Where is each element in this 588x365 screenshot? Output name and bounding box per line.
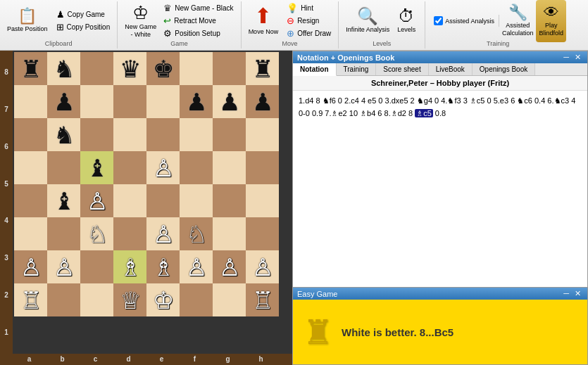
square-c8[interactable]	[80, 52, 113, 85]
copy-position-button[interactable]: ⊞ Copy Position	[54, 21, 113, 33]
square-f1[interactable]	[180, 283, 213, 316]
square-b1[interactable]	[47, 283, 80, 316]
piece-h7: ♟	[252, 90, 273, 114]
square-c1[interactable]	[80, 283, 113, 316]
square-b2[interactable]: ♙	[47, 250, 80, 283]
square-a2[interactable]: ♙	[14, 250, 47, 283]
square-c2[interactable]	[80, 250, 113, 283]
square-c7[interactable]	[80, 85, 113, 118]
square-a1[interactable]: ♖	[14, 283, 47, 316]
square-d5[interactable]	[113, 151, 146, 184]
square-a4[interactable]	[14, 184, 47, 217]
square-a6[interactable]	[14, 118, 47, 151]
paste-icon: 📋	[18, 8, 37, 24]
new-game-black-icon: ♛	[163, 3, 172, 13]
square-a7[interactable]	[14, 85, 47, 118]
square-e1[interactable]: ♔	[146, 283, 180, 316]
notation-minimize-button[interactable]: ─	[561, 53, 571, 62]
assisted-calculation-button[interactable]: 🔧 AssistedCalculation	[499, 0, 537, 42]
square-d6[interactable]	[113, 118, 146, 151]
square-d3[interactable]	[113, 217, 146, 250]
square-f6[interactable]	[180, 118, 213, 151]
offer-draw-button[interactable]: ⊕ Offer Draw	[284, 27, 334, 39]
copy-game-button[interactable]: ♟ Copy Game	[54, 8, 113, 20]
square-g7[interactable]: ♟	[213, 85, 246, 118]
file-label-b: b	[46, 354, 79, 365]
square-e4[interactable]	[146, 184, 180, 217]
square-h6[interactable]	[246, 118, 279, 151]
square-e2[interactable]: ♗	[146, 250, 180, 283]
square-d2[interactable]: ♗	[113, 250, 146, 283]
square-f3[interactable]: ♘	[180, 217, 213, 250]
square-b5[interactable]	[47, 151, 80, 184]
resign-button[interactable]: ⊖ Resign	[284, 15, 334, 27]
chess-board[interactable]: ♜♞♛♚♜♟♟♟♟♞♝♙♝♙♘♙♘♙♙♗♗♙♙♙♖♕♔♖	[13, 51, 280, 354]
move-now-button[interactable]: ⬆ Move Now	[246, 0, 282, 42]
easy-game-minimize-button[interactable]: ─	[561, 289, 571, 298]
position-setup-button[interactable]: ⚙ Position Setup	[161, 27, 236, 39]
infinite-analysis-button[interactable]: 🔍 Infinite Analysis	[343, 0, 392, 42]
square-e5[interactable]: ♙	[146, 151, 180, 184]
new-game-black-button[interactable]: ♛ New Game - Black	[161, 2, 236, 14]
square-c6[interactable]	[80, 118, 113, 151]
square-b6[interactable]: ♞	[47, 118, 80, 151]
retract-move-button[interactable]: ↩ Retract Move	[161, 15, 236, 27]
square-h1[interactable]: ♖	[246, 283, 279, 316]
square-g5[interactable]	[213, 151, 246, 184]
square-g3[interactable]	[213, 217, 246, 250]
square-f7[interactable]: ♟	[180, 85, 213, 118]
hint-button[interactable]: 💡 Hint	[284, 2, 334, 14]
square-c3[interactable]: ♘	[80, 217, 113, 250]
rank-label-8: 8	[0, 56, 13, 89]
tab-scoresheet[interactable]: Score sheet	[376, 63, 428, 75]
tab-training[interactable]: Training	[337, 63, 377, 75]
assisted-analysis-checkbox[interactable]	[434, 16, 443, 25]
piece-d8: ♛	[120, 57, 141, 81]
play-blindfold-button[interactable]: 👁 PlayBlindfold	[536, 0, 566, 42]
square-g4[interactable]	[213, 184, 246, 217]
square-c4[interactable]: ♙	[80, 184, 113, 217]
square-b8[interactable]: ♞	[47, 52, 80, 85]
assisted-analysis-row: Assisted Analysis	[434, 16, 494, 25]
square-d8[interactable]: ♛	[113, 52, 146, 85]
square-h3[interactable]	[246, 217, 279, 250]
square-e3[interactable]: ♙	[146, 217, 180, 250]
square-g1[interactable]	[213, 283, 246, 316]
tab-openings-book[interactable]: Openings Book	[473, 63, 535, 75]
square-b3[interactable]	[47, 217, 80, 250]
square-e7[interactable]	[146, 85, 180, 118]
square-h2[interactable]: ♙	[246, 250, 279, 283]
square-h4[interactable]	[246, 184, 279, 217]
square-h7[interactable]: ♟	[246, 85, 279, 118]
square-e6[interactable]	[146, 118, 180, 151]
square-b7[interactable]: ♟	[47, 85, 80, 118]
square-d4[interactable]	[113, 184, 146, 217]
square-a3[interactable]	[14, 217, 47, 250]
square-h5[interactable]	[246, 151, 279, 184]
square-f5[interactable]	[180, 151, 213, 184]
notation-close-button[interactable]: ✕	[573, 53, 583, 62]
square-g2[interactable]: ♙	[213, 250, 246, 283]
square-f4[interactable]	[180, 184, 213, 217]
paste-button[interactable]: 📋 Paste Position	[4, 0, 51, 42]
piece-f2: ♙	[186, 255, 207, 279]
levels-button[interactable]: ⏱ Levels	[392, 0, 420, 42]
square-f2[interactable]: ♙	[180, 250, 213, 283]
tab-notation[interactable]: Notation	[293, 63, 337, 76]
square-c5[interactable]: ♝	[80, 151, 113, 184]
easy-game-close-button[interactable]: ✕	[573, 289, 583, 298]
right-panel: Notation + Openings Book ─ ✕ Notation Tr…	[292, 51, 588, 365]
square-d1[interactable]: ♕	[113, 283, 146, 316]
tab-livebook[interactable]: LiveBook	[429, 63, 473, 75]
square-a5[interactable]	[14, 151, 47, 184]
square-e8[interactable]: ♚	[146, 52, 180, 85]
square-f8[interactable]	[180, 52, 213, 85]
board-with-coords: 87654321 ♜♞♛♚♜♟♟♟♟♞♝♙♝♙♘♙♘♙♙♗♗♙♙♙♖♕♔♖	[0, 51, 292, 354]
square-g8[interactable]	[213, 52, 246, 85]
square-d7[interactable]	[113, 85, 146, 118]
square-a8[interactable]: ♜	[14, 52, 47, 85]
square-h8[interactable]: ♜	[246, 52, 279, 85]
square-b4[interactable]: ♝	[47, 184, 80, 217]
new-game-white-button[interactable]: ♔ New Game- White	[122, 0, 159, 42]
square-g6[interactable]	[213, 118, 246, 151]
